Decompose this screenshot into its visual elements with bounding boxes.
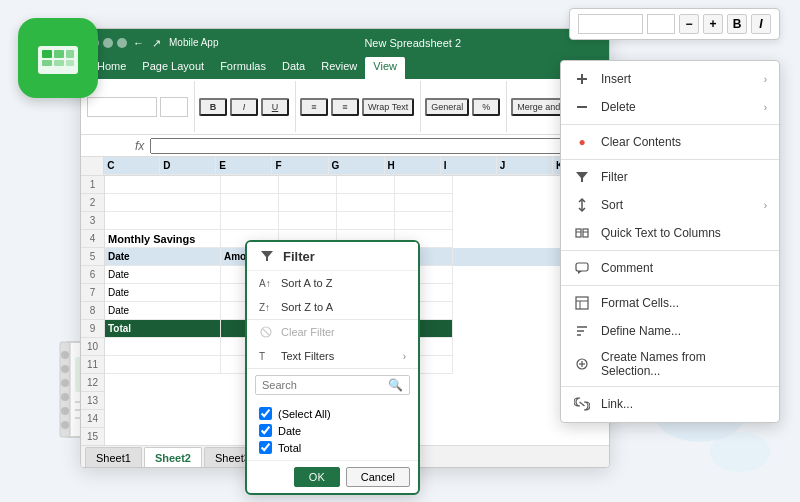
filter-checkbox-date[interactable] (259, 424, 272, 437)
font-size-input[interactable]: 13 (647, 14, 675, 34)
title-bar: ← ↗ Mobile App New Spreadsheet 2 (81, 29, 609, 57)
menu-item-sort[interactable]: Sort › (561, 191, 779, 219)
sheet-tab-2[interactable]: Sheet2 (144, 447, 202, 467)
cell[interactable] (105, 176, 221, 194)
cell[interactable] (395, 194, 453, 212)
cell-date-1[interactable]: Date (105, 266, 221, 284)
minimize-btn[interactable] (103, 38, 113, 48)
font-inc-btn[interactable]: + (703, 14, 723, 34)
filter-checkbox-all[interactable] (259, 407, 272, 420)
table-title: Monthly Savings (105, 230, 221, 248)
formula-input[interactable] (150, 138, 605, 154)
cell-total-label[interactable]: Total (105, 320, 221, 338)
menu-item-clear[interactable]: ● Clear Contents (561, 128, 779, 156)
filter-sort-az[interactable]: A↑ Sort A to Z (247, 271, 418, 295)
filter-cancel-btn[interactable]: Cancel (346, 467, 410, 487)
filter-list-item-all[interactable]: (Select All) (259, 405, 406, 422)
row-6: 6 (81, 266, 104, 284)
share-icon[interactable]: ↗ (152, 37, 161, 50)
filter-ok-btn[interactable]: OK (294, 467, 340, 487)
bold-ribbon-btn[interactable]: B (199, 98, 227, 116)
format-general-btn[interactable]: General (425, 98, 469, 116)
col-j: J (497, 157, 553, 175)
ribbon-font-size[interactable]: 11 (160, 97, 188, 117)
filter-clear[interactable]: Clear Filter (247, 320, 418, 344)
row-4: 4 (81, 230, 104, 248)
cell[interactable] (395, 212, 453, 230)
create-names-icon (573, 355, 591, 373)
filter-search-input[interactable] (262, 379, 388, 391)
tab-view[interactable]: View (365, 57, 405, 79)
filter-checkbox-total[interactable] (259, 441, 272, 454)
tab-formulas[interactable]: Formulas (212, 57, 274, 79)
menu-item-comment[interactable]: Comment (561, 254, 779, 282)
menu-item-filter[interactable]: Filter (561, 163, 779, 191)
align-left-btn[interactable]: ≡ (300, 98, 328, 116)
italic-ribbon-btn[interactable]: I (230, 98, 258, 116)
font-toolbar: Calibri 13 − + B I (569, 8, 780, 40)
font-name-input[interactable]: Calibri (578, 14, 643, 34)
back-icon[interactable]: ← (133, 37, 144, 50)
menu-item-insert[interactable]: Insert › (561, 65, 779, 93)
sort-arrow: › (764, 200, 767, 211)
bubble-decoration-2 (710, 432, 770, 472)
svg-rect-9 (577, 106, 587, 108)
cell[interactable] (337, 194, 395, 212)
table-row (105, 176, 609, 194)
col-g: G (329, 157, 385, 175)
sheet-tab-1[interactable]: Sheet1 (85, 447, 142, 467)
menu-item-text-columns[interactable]: Quick Text to Columns (561, 219, 779, 247)
cell[interactable] (337, 176, 395, 194)
filter-item-date: Date (278, 425, 301, 437)
cell[interactable] (105, 212, 221, 230)
menu-item-create-names[interactable]: Create Names from Selection... (561, 345, 779, 383)
tab-review[interactable]: Review (313, 57, 365, 79)
row-13: 13 (81, 392, 104, 410)
cell[interactable] (105, 194, 221, 212)
col-f: F (272, 157, 328, 175)
maximize-btn[interactable] (117, 38, 127, 48)
cell-date-3[interactable]: Date (105, 302, 221, 320)
tab-data[interactable]: Data (274, 57, 313, 79)
divider-2 (561, 159, 779, 160)
cell[interactable] (105, 356, 221, 374)
cell[interactable] (221, 212, 279, 230)
cell-date-2[interactable]: Date (105, 284, 221, 302)
row-7: 7 (81, 284, 104, 302)
font-section: Calibri 11 (87, 81, 195, 132)
font-dec-btn[interactable]: − (679, 14, 699, 34)
filter-list-item-date[interactable]: Date (259, 422, 406, 439)
cell[interactable] (221, 194, 279, 212)
ribbon-font-name[interactable]: Calibri (87, 97, 157, 117)
cell[interactable] (279, 212, 337, 230)
cell[interactable] (337, 212, 395, 230)
filter-list-item-total[interactable]: Total (259, 439, 406, 456)
svg-marker-27 (261, 251, 273, 261)
bold-btn[interactable]: B (727, 14, 747, 34)
menu-item-format[interactable]: Format Cells... (561, 289, 779, 317)
filter-text-filters[interactable]: T Text Filters › (247, 344, 418, 368)
cell[interactable] (279, 194, 337, 212)
cell[interactable] (221, 176, 279, 194)
menu-item-delete[interactable]: Delete › (561, 93, 779, 121)
search-icon: 🔍 (388, 378, 403, 392)
svg-line-26 (580, 402, 585, 406)
underline-ribbon-btn[interactable]: U (261, 98, 289, 116)
cell[interactable] (279, 176, 337, 194)
svg-rect-1 (42, 50, 52, 58)
menu-item-link[interactable]: Link... (561, 390, 779, 418)
filter-item-total: Total (278, 442, 301, 454)
row-headers: 1 2 3 4 5 6 7 8 9 10 11 12 13 14 15 (81, 176, 105, 446)
align-center-btn[interactable]: ≡ (331, 98, 359, 116)
cell[interactable] (395, 176, 453, 194)
filter-sort-za[interactable]: Z↑ Sort Z to A (247, 295, 418, 319)
wrap-text-btn[interactable]: Wrap Text (362, 98, 414, 116)
tab-page-layout[interactable]: Page Layout (134, 57, 212, 79)
percent-btn[interactable]: % (472, 98, 500, 116)
svg-point-40 (61, 421, 69, 429)
italic-btn[interactable]: I (751, 14, 771, 34)
menu-item-define-name[interactable]: Define Name... (561, 317, 779, 345)
cell[interactable] (105, 338, 221, 356)
svg-point-35 (61, 351, 69, 359)
row-9: 9 (81, 320, 104, 338)
